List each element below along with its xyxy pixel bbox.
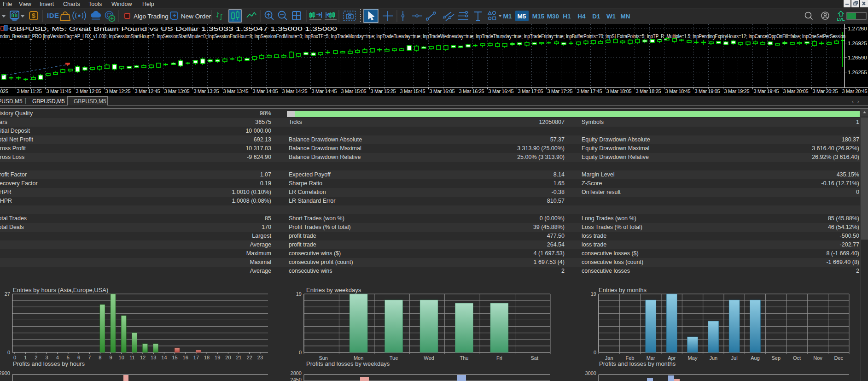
svg-text:19: 19 [215,355,220,360]
svg-text:3 Mar 16:25: 3 Mar 16:25 [459,88,484,94]
svg-text:Jun: Jun [709,355,717,361]
svg-text:H1: H1 [563,13,571,20]
svg-text:5: 5 [67,355,70,360]
svg-text:Entries by weekdays: Entries by weekdays [306,287,361,293]
svg-text:2900: 2900 [0,370,10,376]
svg-text:1.26255: 1.26255 [848,70,867,75]
svg-text:3 Mar 16:05: 3 Mar 16:05 [430,88,455,94]
svg-text:20: 20 [225,355,231,360]
svg-text:IDE: IDE [47,12,59,19]
svg-text:0: 0 [13,355,16,360]
svg-text:3 Mar 19:25: 3 Mar 19:25 [724,88,750,94]
svg-text:12: 12 [140,355,146,360]
svg-text:New Order: New Order [181,13,211,20]
svg-text:3: 3 [45,355,48,360]
svg-text:17: 17 [193,355,199,360]
svg-text:3 Mar 19:45: 3 Mar 19:45 [754,88,779,94]
svg-text:0: 0 [594,350,596,355]
svg-text:18: 18 [204,355,210,360]
svg-text:3 Mar 15:05: 3 Mar 15:05 [341,88,367,94]
svg-text:$: $ [32,12,35,19]
svg-text:9: 9 [109,355,112,360]
svg-text:3 Mar 14:25: 3 Mar 14:25 [282,88,308,94]
svg-text:Profits and losses by months: Profits and losses by months [599,360,676,367]
svg-text:W1: W1 [606,13,616,20]
svg-text:2800: 2800 [291,370,302,376]
svg-text:3 Mar 11:25: 3 Mar 11:25 [17,88,42,94]
svg-text:11: 11 [129,355,134,360]
svg-text:21: 21 [236,355,241,360]
svg-text:May: May [688,355,698,361]
svg-text:4: 4 [56,355,59,360]
svg-text:1.26925: 1.26925 [848,41,867,46]
svg-text:16: 16 [183,355,188,360]
svg-text:3 Mar 11:45: 3 Mar 11:45 [47,88,71,94]
svg-text:3 Mar 19:05: 3 Mar 19:05 [695,88,720,94]
svg-text:19: 19 [591,291,596,297]
svg-text:0: 0 [7,350,10,355]
svg-text:Entries by months: Entries by months [599,287,647,293]
svg-text:Jul: Jul [731,355,738,361]
svg-text:14: 14 [161,355,167,360]
svg-text:2: 2 [35,355,37,360]
svg-text:3 Mar 12:05: 3 Mar 12:05 [76,88,101,94]
svg-text:10: 10 [119,355,124,360]
svg-text:Fri: Fri [496,355,502,361]
svg-text:MN: MN [621,13,630,20]
svg-text:3 Mar 12:45: 3 Mar 12:45 [135,88,160,94]
svg-text:M30: M30 [547,13,559,20]
svg-text:3 Mar 14:45: 3 Mar 14:45 [312,88,337,94]
svg-text:19: 19 [296,291,302,297]
svg-text:3 Mar 13:25: 3 Mar 13:25 [194,88,219,94]
svg-text:3 Mar 14:05: 3 Mar 14:05 [253,88,278,94]
svg-text:H4: H4 [577,13,586,20]
svg-text:Entries by hours (Asia,Europe,: Entries by hours (Asia,Europe,USA) [13,287,108,293]
svg-text:27: 27 [5,291,10,297]
svg-text:ndon_Breakout_PRO [InpVersionT: ndon_Breakout_PRO [InpVersionTag=AP_LBX_… [0,33,845,40]
svg-text:0: 0 [299,350,302,355]
svg-text:6: 6 [77,355,80,360]
svg-text:3000: 3000 [585,370,596,376]
svg-text:8: 8 [99,355,101,360]
svg-text:Nov: Nov [813,355,822,361]
svg-text:D1: D1 [592,13,600,20]
svg-text:3 Mar 17:25: 3 Mar 17:25 [548,88,573,94]
svg-text:3 Mar 16:45: 3 Mar 16:45 [489,88,514,94]
svg-text:3 Mar 17:45: 3 Mar 17:45 [577,88,602,94]
svg-text:3 Mar 12:25: 3 Mar 12:25 [105,88,131,94]
svg-text:15: 15 [172,355,177,360]
svg-text:Algo Trading: Algo Trading [134,13,169,20]
svg-text:3 Mar 13:05: 3 Mar 13:05 [164,88,190,94]
svg-text:Profits and losses by hours: Profits and losses by hours [13,360,85,367]
svg-text:Profits and losses by weekdays: Profits and losses by weekdays [306,360,390,367]
svg-text:3 Mar 20:25: 3 Mar 20:25 [813,88,838,94]
svg-text:23: 23 [257,355,263,360]
svg-text:13: 13 [151,355,156,360]
svg-text:Oct: Oct [793,355,801,361]
svg-text:GBPUSD, M5: Great Britain Pou: GBPUSD, M5: Great Britain Pound vs US Do… [9,26,338,32]
svg-text:3 Mar 17:05: 3 Mar 17:05 [518,88,543,94]
svg-text:M5: M5 [518,13,526,20]
svg-text:LVL: LVL [837,17,845,22]
svg-text:Aug: Aug [751,355,760,361]
svg-text:22: 22 [247,355,252,360]
svg-text:3 Mar 15:45: 3 Mar 15:45 [400,88,425,94]
svg-text:2450: 2450 [291,377,302,381]
svg-text:3 Mar 18:05: 3 Mar 18:05 [606,88,632,94]
svg-text:Tue: Tue [390,355,398,361]
svg-text:1.27260: 1.27260 [848,26,867,31]
svg-text:Wed: Wed [424,355,434,361]
svg-text:Sep: Sep [772,355,781,361]
svg-text:Sat: Sat [531,355,539,361]
svg-text:1: 1 [24,355,27,360]
svg-text:1.26590: 1.26590 [848,55,867,60]
svg-text:Dec: Dec [834,355,844,361]
svg-text:3 Mar 20:45: 3 Mar 20:45 [842,88,868,94]
svg-text:3 Mar 18:45: 3 Mar 18:45 [665,88,691,94]
svg-text:3 Mar 20:05: 3 Mar 20:05 [783,88,809,94]
svg-text:Thu: Thu [460,355,468,361]
svg-text:025: 025 [0,88,9,94]
svg-text:3 Mar 15:25: 3 Mar 15:25 [371,88,396,94]
svg-text:M15: M15 [532,13,545,20]
svg-text:3 Mar 13:45: 3 Mar 13:45 [223,88,249,94]
